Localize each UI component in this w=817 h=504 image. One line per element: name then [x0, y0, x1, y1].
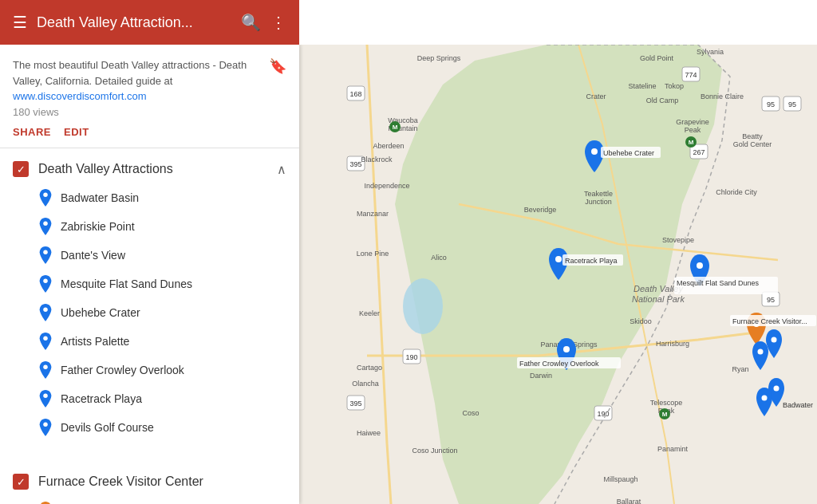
list-item[interactable]: Dante's View [38, 241, 286, 270]
list-item-text: Badwater Basin [61, 191, 139, 204]
svg-text:National Park: National Park [632, 294, 685, 304]
list-item[interactable]: Zabriskie Point [38, 212, 286, 241]
pin-icon [38, 419, 53, 436]
svg-text:Father Crowley Overlook: Father Crowley Overlook [519, 360, 599, 368]
svg-text:M: M [393, 124, 398, 131]
list-item-text: Father Crowley Overlook [61, 364, 184, 376]
svg-point-8 [43, 423, 48, 427]
svg-text:Telescope: Telescope [650, 399, 683, 407]
pin-icon [38, 304, 53, 321]
map-container[interactable]: 395 395 190 190 267 774 95 95 [299, 45, 817, 504]
pin-icon [38, 275, 53, 293]
furnace-creek-section: ✓ Furnace Creek Visitor Center Furnace C… [0, 461, 299, 504]
list-item-text: Racetrack Playa [61, 392, 142, 405]
svg-text:774: 774 [685, 71, 697, 79]
svg-text:Furnace Creek Visitor...: Furnace Creek Visitor... [732, 317, 807, 325]
svg-text:Gold Center: Gold Center [733, 140, 772, 148]
header-title: Death Valley Attraction... [37, 14, 231, 31]
svg-text:Keeler: Keeler [359, 309, 380, 317]
svg-text:395: 395 [349, 160, 361, 168]
svg-text:Blackrock: Blackrock [361, 156, 393, 163]
svg-text:95: 95 [788, 100, 796, 108]
svg-point-6 [43, 365, 48, 370]
pin-icon [38, 361, 53, 379]
pin-icon [38, 189, 53, 207]
pin-icon [38, 390, 53, 408]
list-item[interactable]: Mesquite Flat Sand Dunes [38, 270, 286, 298]
svg-text:Coso Junction: Coso Junction [412, 447, 457, 455]
svg-point-97 [772, 337, 777, 343]
svg-point-100 [762, 396, 768, 401]
info-description: The most beautiful Death Valley attracti… [13, 59, 247, 87]
svg-text:Deep Springs: Deep Springs [417, 54, 461, 62]
svg-text:Panamint: Panamint [657, 445, 689, 453]
edit-button[interactable]: EDIT [64, 126, 89, 138]
svg-point-75 [403, 278, 443, 334]
svg-text:Old Camp: Old Camp [646, 96, 679, 104]
svg-text:Ballarat: Ballarat [617, 498, 641, 504]
list-item-text: Devils Golf Course [61, 421, 154, 434]
svg-point-94 [563, 346, 570, 352]
svg-text:M: M [662, 411, 668, 418]
svg-text:Independence: Independence [364, 182, 409, 190]
svg-point-85 [555, 256, 562, 262]
furnace-creek-items: Furnace Creek Visitor Center [0, 496, 299, 504]
list-item[interactable]: Racetrack Playa [38, 384, 286, 413]
list-item[interactable]: Artists Palette [38, 327, 286, 356]
pin-icon [38, 246, 53, 264]
more-icon[interactable]: ⋮ [270, 14, 286, 30]
svg-text:190: 190 [597, 410, 609, 418]
list-item[interactable]: Furnace Creek Visitor Center [38, 496, 286, 504]
list-item[interactable]: Father Crowley Overlook [38, 356, 286, 384]
list-item[interactable]: Badwater Basin [38, 183, 286, 212]
svg-text:190: 190 [405, 353, 417, 361]
share-button[interactable]: SHARE [13, 126, 51, 138]
svg-point-98 [758, 349, 764, 355]
svg-point-4 [43, 308, 48, 313]
svg-text:Racetrack Playa: Racetrack Playa [565, 257, 618, 265]
svg-text:Aberdeen: Aberdeen [373, 142, 404, 150]
svg-text:Olancha: Olancha [352, 380, 379, 388]
svg-text:Badwater: Badwater [783, 401, 813, 409]
svg-text:Junction: Junction [585, 198, 612, 206]
svg-text:95: 95 [767, 100, 775, 108]
chevron-up-icon[interactable]: ∧ [277, 162, 286, 177]
svg-text:267: 267 [693, 148, 705, 156]
svg-text:Beatty: Beatty [742, 132, 763, 140]
svg-text:Manzanar: Manzanar [357, 210, 389, 218]
pin-icon [38, 333, 53, 350]
list-item[interactable]: Ubehebe Crater [38, 298, 286, 327]
svg-text:Coso: Coso [462, 409, 479, 417]
svg-text:Darwin: Darwin [530, 372, 552, 380]
svg-text:Tokop: Tokop [665, 82, 684, 90]
death-valley-section: ✓ Death Valley Attractions ∧ Badwater Ba… [0, 148, 299, 448]
svg-text:Beveridge: Beveridge [524, 206, 557, 214]
list-item-text: Artists Palette [61, 335, 129, 348]
svg-text:Cartago: Cartago [357, 364, 382, 372]
svg-point-82 [591, 148, 598, 155]
app-header: ☰ Death Valley Attraction... 🔍 ⋮ [0, 0, 299, 45]
svg-text:Stateline: Stateline [628, 82, 656, 90]
furnace-creek-checkbox[interactable]: ✓ [13, 474, 29, 490]
svg-text:Millspaugh: Millspaugh [603, 475, 637, 483]
menu-icon[interactable]: ☰ [13, 14, 27, 30]
svg-text:Teakettle: Teakettle [584, 190, 613, 198]
info-views: 180 views [13, 106, 269, 118]
svg-point-88 [697, 262, 703, 269]
svg-text:Peak: Peak [685, 126, 701, 134]
death-valley-title: Death Valley Attractions [38, 162, 173, 176]
list-item-text: Zabriskie Point [61, 220, 135, 233]
list-item[interactable]: Devils Golf Course [38, 413, 286, 442]
info-link[interactable]: www.discoverdiscomfort.com [13, 90, 147, 102]
sidebar: The most beautiful Death Valley attracti… [0, 45, 299, 504]
pin-icon [38, 218, 53, 235]
svg-text:Stovepipe: Stovepipe [662, 236, 694, 244]
svg-point-99 [774, 386, 780, 392]
svg-text:Bonnie Claire: Bonnie Claire [701, 93, 744, 100]
bookmark-icon[interactable]: 🔖 [269, 57, 286, 75]
death-valley-checkbox[interactable]: ✓ [13, 161, 29, 177]
svg-point-1 [43, 222, 48, 226]
list-item-text: Ubehebe Crater [61, 306, 140, 319]
svg-text:168: 168 [349, 90, 361, 98]
search-icon[interactable]: 🔍 [241, 14, 261, 30]
